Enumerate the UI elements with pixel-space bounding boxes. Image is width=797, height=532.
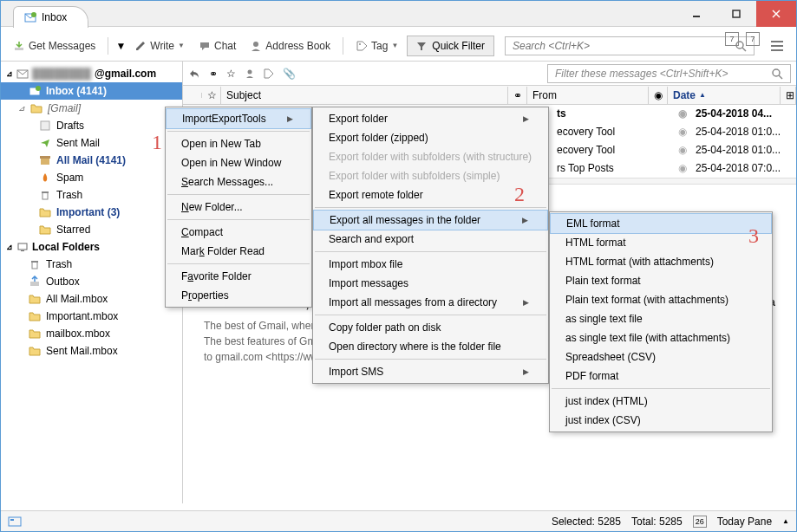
thread-col[interactable]	[183, 93, 202, 98]
folder-important[interactable]: Important (3)	[1, 204, 182, 221]
menu-search-export[interactable]: Search and export	[313, 230, 548, 249]
chat-button[interactable]: Chat	[193, 37, 241, 55]
svg-line-10	[742, 48, 746, 51]
computer-icon	[16, 241, 29, 253]
read-col[interactable]: ⚭	[508, 87, 527, 104]
menu-export-remote[interactable]: Export remote folder	[313, 185, 548, 204]
address-book-button[interactable]: Address Book	[245, 37, 336, 55]
folder-outbox[interactable]: Outbox	[1, 273, 182, 290]
folder-sentmail-mbox[interactable]: Sent Mail.mbox	[1, 342, 182, 360]
menu-index-csv[interactable]: just index (CSV)	[550, 411, 772, 430]
folder-local-trash[interactable]: Trash	[1, 256, 182, 273]
svg-rect-23	[30, 282, 39, 286]
calendar-icon-1[interactable]: 7	[725, 32, 739, 46]
subject-col[interactable]: Subject	[221, 87, 508, 104]
menu-search-messages[interactable]: Search Messages...	[166, 172, 311, 191]
date-col[interactable]: Date ▲	[668, 87, 781, 104]
activity-icon[interactable]	[8, 516, 22, 528]
star-icon[interactable]: ☆	[226, 68, 236, 80]
folder-inbox[interactable]: Inbox (4141)	[1, 82, 182, 100]
dropdown-icon[interactable]: ▼	[115, 40, 126, 52]
search-input[interactable]	[513, 40, 735, 52]
menu-csv[interactable]: Spreadsheet (CSV)	[550, 347, 772, 367]
person-icon	[250, 40, 262, 52]
calendar-date-icon[interactable]: 26	[693, 516, 707, 528]
menu-compact[interactable]: Compact	[166, 223, 311, 242]
svg-rect-1	[733, 10, 740, 17]
menu-open-dir[interactable]: Open directory where is the folder file	[313, 337, 548, 356]
menu-copy-path[interactable]: Copy folder path on disk	[313, 318, 548, 337]
tag-button[interactable]: Tag ▼	[350, 37, 403, 55]
junk-col[interactable]: ◉	[649, 87, 668, 104]
attachment-icon[interactable]: 📎	[283, 68, 296, 80]
menu-import-dir[interactable]: Import all messages from a directory▶	[313, 293, 548, 312]
tab-strip: Inbox	[13, 6, 88, 28]
menu-favorite[interactable]: Favorite Folder	[166, 267, 311, 286]
svg-rect-14	[41, 121, 49, 130]
chat-icon	[199, 40, 211, 52]
menu-open-window[interactable]: Open in New Window	[166, 153, 311, 172]
tab-inbox[interactable]: Inbox	[13, 6, 88, 28]
menu-export-zipped[interactable]: Export folder (zipped)	[313, 128, 548, 147]
folder-trash[interactable]: Trash	[1, 186, 182, 204]
folder-mailbox-mbox[interactable]: mailbox.mbox	[1, 325, 182, 342]
menu-index-html[interactable]: just index (HTML)	[550, 392, 772, 411]
tag-icon[interactable]	[264, 68, 274, 79]
menu-import-export[interactable]: ImportExportTools▶	[166, 108, 311, 129]
maximize-button[interactable]	[716, 1, 756, 27]
get-messages-button[interactable]: Get Messages	[8, 37, 101, 55]
folder-important-mbox[interactable]: Important.mbox	[1, 308, 182, 325]
svg-point-13	[36, 86, 41, 91]
svg-rect-16	[40, 156, 50, 159]
menu-single-text[interactable]: as single text file	[550, 309, 772, 328]
glasses-icon[interactable]: ⚭	[209, 68, 218, 80]
folder-icon	[39, 224, 51, 235]
folder-icon	[29, 294, 41, 304]
menu-import-messages[interactable]: Import messages	[313, 274, 548, 293]
chevron-up-icon[interactable]: ▲	[782, 517, 789, 525]
folder-allmail[interactable]: All Mail (4141)	[1, 152, 182, 169]
today-pane-button[interactable]: Today Pane	[717, 516, 772, 528]
minimize-button[interactable]	[676, 1, 716, 27]
main-toolbar: Get Messages ▼ Write ▼ Chat Address Book…	[1, 30, 796, 62]
folder-starred[interactable]: Starred	[1, 221, 182, 238]
trash-icon	[29, 258, 41, 270]
app-menu-button[interactable]	[765, 35, 789, 57]
global-search[interactable]	[505, 36, 755, 55]
account-row[interactable]: ⊿ ████████@gmail.com	[1, 65, 182, 82]
contact-icon[interactable]	[245, 68, 255, 79]
reply-icon[interactable]	[188, 68, 200, 80]
menu-open-tab[interactable]: Open in New Tab	[166, 134, 311, 153]
star-col[interactable]: ☆	[202, 87, 221, 104]
menu-import-mbox[interactable]: Import mbox file	[313, 255, 548, 274]
quick-filter-button[interactable]: Quick Filter	[407, 36, 494, 56]
menu-pdf[interactable]: PDF format	[550, 367, 772, 386]
annotation-2: 2	[514, 183, 525, 206]
message-filter[interactable]: Filter these messages <Ctrl+Shift+K>	[547, 64, 791, 83]
menu-import-sms[interactable]: Import SMS▶	[313, 362, 548, 381]
from-col[interactable]: From	[527, 87, 649, 104]
download-icon	[13, 40, 25, 52]
folder-allmail-mbox[interactable]: All Mail.mbox	[1, 290, 182, 308]
calendar-icon-2[interactable]: 7	[746, 32, 760, 46]
filter-icon	[416, 41, 427, 51]
folder-gmail[interactable]: ⊿[Gmail]	[1, 100, 182, 117]
menu-export-folder[interactable]: Export folder▶	[313, 109, 548, 128]
menu-new-folder[interactable]: New Folder...	[166, 198, 311, 217]
write-button[interactable]: Write ▼	[129, 37, 190, 55]
menu-single-text-att[interactable]: as single text file (with attachments)	[550, 328, 772, 347]
menu-properties[interactable]: Properties	[166, 286, 311, 305]
menu-html[interactable]: HTML format	[550, 233, 772, 252]
column-picker[interactable]: ⊞	[781, 87, 796, 104]
menu-export-all[interactable]: Export all messages in the folder▶	[313, 210, 548, 230]
column-headers: ☆ Subject ⚭ From ◉ Date ▲ ⊞	[183, 86, 796, 105]
menu-mark-read[interactable]: Mark Folder Read	[166, 242, 311, 261]
menu-plain-att[interactable]: Plain text format (with attachments)	[550, 290, 772, 309]
menu-html-att[interactable]: HTML format (with attachments)	[550, 252, 772, 271]
tab-label: Inbox	[42, 11, 67, 23]
menu-plain[interactable]: Plain text format	[550, 271, 772, 290]
menu-eml[interactable]: EML format	[550, 213, 772, 234]
local-folders-row[interactable]: ⊿Local Folders	[1, 238, 182, 256]
folder-spam[interactable]: Spam	[1, 169, 182, 186]
close-button[interactable]	[756, 1, 796, 27]
